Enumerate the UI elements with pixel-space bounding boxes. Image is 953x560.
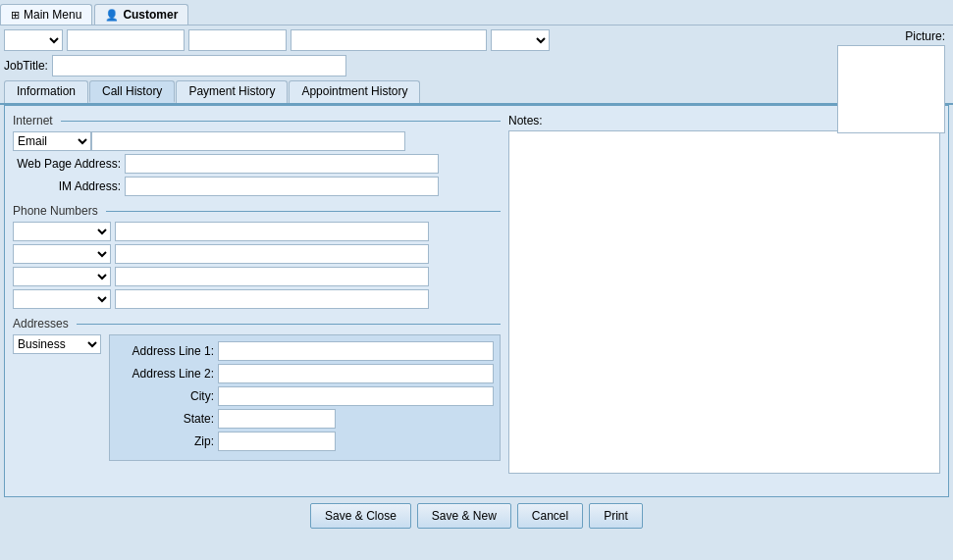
customer-tab[interactable]: 👤 Customer	[94, 4, 188, 25]
state-label: State:	[116, 412, 214, 426]
city-row: City:	[116, 386, 494, 406]
phone-number-2[interactable]	[115, 244, 429, 264]
phone-type-3[interactable]	[13, 267, 111, 286]
right-panel: Notes:	[508, 114, 940, 488]
address-type-select[interactable]: Business Home Other	[13, 334, 101, 354]
zip-label: Zip:	[116, 434, 214, 448]
address-section: Addresses Business Home Other Address Li…	[13, 317, 501, 461]
save-close-button[interactable]: Save & Close	[310, 503, 411, 529]
cancel-button[interactable]: Cancel	[517, 503, 583, 529]
jobtitle-label: JobTitle:	[4, 59, 48, 73]
phone-number-3[interactable]	[115, 267, 429, 286]
im-input[interactable]	[125, 177, 439, 196]
web-row: Web Page Address:	[13, 154, 501, 174]
toolbar-dropdown2[interactable]	[491, 29, 550, 51]
addr2-label: Address Line 2:	[116, 367, 214, 381]
tab-payment-history[interactable]: Payment History	[176, 80, 288, 103]
addr2-input[interactable]	[218, 364, 494, 383]
email-row: Email	[13, 131, 501, 151]
state-input[interactable]	[218, 409, 336, 429]
email-input[interactable]	[91, 131, 405, 151]
phone-row-2	[13, 244, 501, 264]
phone-number-4[interactable]	[115, 289, 429, 309]
jobtitle-input[interactable]	[52, 55, 346, 76]
customer-icon: 👤	[105, 9, 119, 22]
phone-type-2[interactable]	[13, 244, 111, 264]
addr1-label: Address Line 1:	[116, 344, 214, 358]
zip-row: Zip:	[116, 432, 494, 451]
address-fields: Address Line 1: Address Line 2: City:	[109, 334, 501, 461]
customer-tab-label: Customer	[123, 8, 178, 22]
phone-type-1[interactable]	[13, 222, 111, 241]
toolbar-field1[interactable]	[67, 29, 185, 51]
addr2-row: Address Line 2:	[116, 364, 494, 383]
internet-section: Internet Email Web Page Address: IM Addr…	[13, 114, 501, 196]
notes-textarea[interactable]	[508, 130, 940, 474]
email-type-select[interactable]: Email	[13, 131, 91, 151]
phone-type-4[interactable]	[13, 289, 111, 309]
phone-row-4	[13, 289, 501, 309]
im-row: IM Address:	[13, 177, 501, 196]
addr1-row: Address Line 1:	[116, 341, 494, 361]
city-label: City:	[116, 389, 214, 403]
left-panel: Internet Email Web Page Address: IM Addr…	[13, 114, 501, 488]
internet-label: Internet	[13, 114, 501, 127]
title-bar: ⊞ Main Menu 👤 Customer	[0, 0, 953, 25]
nav-tabs: Information Call History Payment History…	[0, 80, 953, 105]
toolbar-dropdown1[interactable]	[4, 29, 63, 51]
phone-row-3	[13, 267, 501, 286]
address-type-row: Business Home Other Address Line 1: Addr…	[13, 334, 501, 461]
bottom-bar: Save & Close Save & New Cancel Print	[0, 497, 953, 535]
web-input[interactable]	[125, 154, 439, 174]
print-button[interactable]: Print	[589, 503, 643, 529]
main-menu-icon: ⊞	[11, 9, 20, 22]
toolbar	[0, 25, 953, 53]
tab-call-history[interactable]: Call History	[89, 80, 175, 103]
zip-input[interactable]	[218, 432, 336, 451]
jobtitle-row: JobTitle:	[0, 53, 953, 80]
address-label: Addresses	[13, 317, 501, 331]
main-menu-label: Main Menu	[24, 8, 81, 22]
im-label: IM Address:	[13, 179, 121, 193]
tab-information[interactable]: Information	[4, 80, 88, 103]
web-label: Web Page Address:	[13, 157, 121, 171]
picture-area	[837, 45, 945, 133]
addr1-input[interactable]	[218, 341, 494, 361]
form-panel: Internet Email Web Page Address: IM Addr…	[4, 105, 949, 497]
picture-label: Picture:	[827, 29, 945, 43]
save-new-button[interactable]: Save & New	[417, 503, 511, 529]
city-input[interactable]	[218, 386, 494, 406]
toolbar-field2[interactable]	[188, 29, 287, 51]
phone-number-1[interactable]	[115, 222, 429, 241]
phone-label: Phone Numbers	[13, 204, 501, 218]
state-row: State:	[116, 409, 494, 429]
phone-section: Phone Numbers	[13, 204, 501, 309]
phone-row-1	[13, 222, 501, 241]
toolbar-field3[interactable]	[291, 29, 487, 51]
tab-appointment-history[interactable]: Appointment History	[289, 80, 420, 103]
main-menu-tab[interactable]: ⊞ Main Menu	[0, 4, 92, 25]
picture-box: Picture:	[827, 29, 945, 133]
